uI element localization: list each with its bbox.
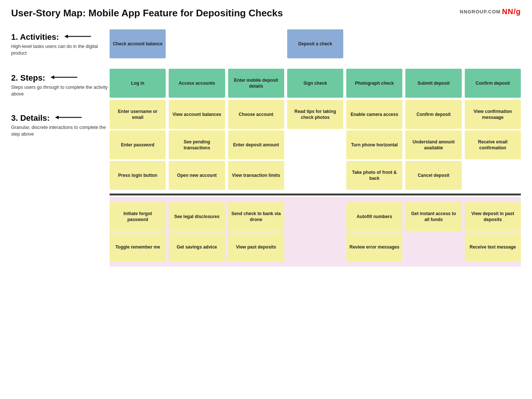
card-cancel-deposit: Cancel deposit xyxy=(405,161,461,190)
details-desc: Granular, discrete interactions to compl… xyxy=(11,124,110,137)
card-empty-lp2-4 xyxy=(287,233,343,262)
steps-label: 2. Steps: xyxy=(11,73,110,83)
low-priority-section: Initiate forgot password See legal discl… xyxy=(110,197,521,267)
card-empty-d3-7 xyxy=(465,161,521,190)
card-press-login: Press login button xyxy=(110,161,166,190)
card-view-confirmation: View confirmation messaage xyxy=(465,100,521,129)
card-open-new-account: Open new account xyxy=(169,161,225,190)
card-empty-a5 xyxy=(346,29,402,58)
brand: NNGROUP.COM NN/g xyxy=(460,7,521,16)
card-send-check-drone: Send check to bank via drone xyxy=(228,202,284,231)
card-receive-email: Receive email confirmation xyxy=(465,130,521,159)
steps-desc: Steps users go through to complete the a… xyxy=(11,84,110,97)
card-view-account-balances: View account balances xyxy=(169,100,225,129)
card-enter-mobile-deposit: Enter mobile deposit details xyxy=(228,69,284,98)
card-take-photo: Take photo of front & back xyxy=(346,161,402,190)
full-layout: 1. Activities: High-level tasks users ca… xyxy=(11,26,521,267)
card-empty-lp1-4 xyxy=(287,202,343,231)
right-grid: Check account balance Deposit a check Lo… xyxy=(110,26,521,267)
brand-text: NNGROUP.COM xyxy=(460,9,501,14)
card-confirm-deposit-step: Confirm deposit xyxy=(465,69,521,98)
svg-marker-5 xyxy=(55,116,59,119)
steps-label-block: 2. Steps: Steps users go through to comp… xyxy=(11,69,110,110)
card-log-in: Log in xyxy=(110,69,166,98)
card-empty-d2-4 xyxy=(287,130,343,159)
activities-row: Check account balance Deposit a check xyxy=(110,26,521,66)
left-labels: 1. Activities: High-level tasks users ca… xyxy=(11,26,110,267)
details-row-2: Enter password See pending transactions … xyxy=(110,130,521,160)
card-initiate-forgot: Initiate forgot password xyxy=(110,202,166,231)
card-get-instant-access: Get instant access to all funds xyxy=(405,202,461,231)
page-title: User-Story Map: Mobile App Feature for D… xyxy=(11,7,283,19)
card-check-account-balance: Check account balance xyxy=(110,29,166,58)
card-choose-account: Choose account xyxy=(228,100,284,129)
details-label: 3. Details: xyxy=(11,113,110,123)
card-review-error: Review error messages xyxy=(346,233,402,262)
card-receive-text: Receive text message xyxy=(465,233,521,262)
card-view-transaction-limits: View transaction limits xyxy=(228,161,284,190)
card-enter-deposit-amount: Enter deposit amount xyxy=(228,130,284,159)
brand-logo: NN/g xyxy=(502,7,521,16)
card-enter-password: Enter password xyxy=(110,130,166,159)
card-access-accounts: Access accounts xyxy=(169,69,225,98)
low-priority-row-2: Toggle remember me Get savings advice Vi… xyxy=(110,232,521,264)
activities-label-block: 1. Activities: High-level tasks users ca… xyxy=(11,26,110,69)
svg-marker-1 xyxy=(64,35,68,38)
page-header: User-Story Map: Mobile App Feature for D… xyxy=(11,7,521,19)
card-empty-d3-4 xyxy=(287,161,343,190)
card-see-pending: See pending transactions xyxy=(169,130,225,159)
details-row-1: Enter username or email View account bal… xyxy=(110,99,521,130)
card-turn-phone: Turn phone horizontal xyxy=(346,130,402,159)
card-view-past-deposits: View past deposits xyxy=(228,233,284,262)
steps-arrow-icon xyxy=(51,74,80,82)
card-confirm-deposit-detail: Confirm deposit xyxy=(405,100,461,129)
card-view-deposit-past: View deposit in past deposits xyxy=(465,202,521,231)
card-photograph-check: Photograph check xyxy=(346,69,402,98)
card-see-legal: See legal disclosures xyxy=(169,202,225,231)
card-deposit-a-check: Deposit a check xyxy=(287,29,343,58)
activities-desc: High-level tasks users can do in the dig… xyxy=(11,43,110,56)
card-enable-camera: Enable camera access xyxy=(346,100,402,129)
thick-divider xyxy=(110,194,521,195)
details-row-3: Press login button Open new account View… xyxy=(110,160,521,192)
details-heading: 3. Details: xyxy=(11,113,50,123)
card-understand-amount: Understand amount available xyxy=(405,130,461,159)
card-empty-lp2-6 xyxy=(405,233,461,262)
card-toggle-remember: Toggle remember me xyxy=(110,233,166,262)
activities-label: 1. Activities: xyxy=(11,32,110,42)
steps-heading: 2. Steps: xyxy=(11,73,45,83)
card-read-tips: Read tips for taking check photos xyxy=(287,100,343,129)
card-get-savings: Get savings advice xyxy=(169,233,225,262)
card-empty-a3 xyxy=(228,29,284,58)
card-submit-deposit: Submit deposit xyxy=(405,69,461,98)
card-empty-a2 xyxy=(169,29,225,58)
activities-heading: 1. Activities: xyxy=(11,32,59,42)
activities-arrow-icon xyxy=(64,33,94,41)
details-arrow-icon xyxy=(55,114,85,122)
card-autofill: Autofill numbers xyxy=(346,202,402,231)
svg-marker-3 xyxy=(51,75,54,79)
card-empty-a6 xyxy=(405,29,461,58)
card-empty-a7 xyxy=(465,29,521,58)
card-sign-check: Sign check xyxy=(287,69,343,98)
low-priority-row-1: Initiate forgot password See legal discl… xyxy=(110,200,521,232)
card-enter-username: Enter username or email xyxy=(110,100,166,129)
steps-row: Log in Access accounts Enter mobile depo… xyxy=(110,66,521,99)
details-label-block: 3. Details: Granular, discrete interacti… xyxy=(11,110,110,194)
